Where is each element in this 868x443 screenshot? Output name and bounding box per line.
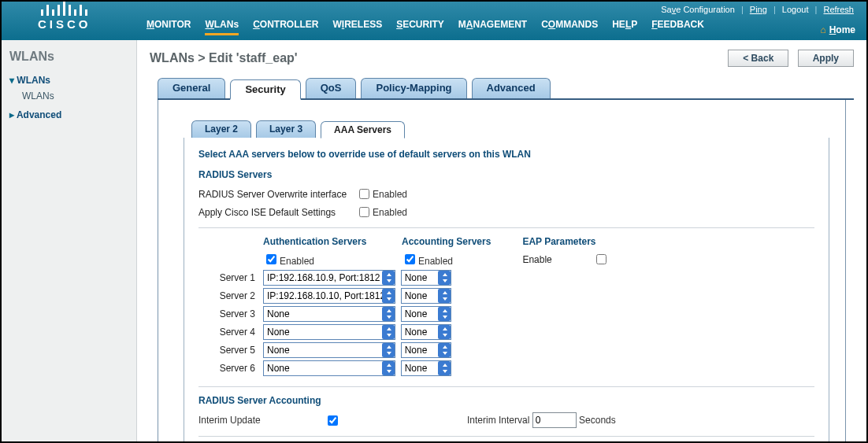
apply-button[interactable]: Apply [798,50,854,67]
nav-commands[interactable]: COMMANDS [541,19,598,35]
auth-server-select-3[interactable]: None [263,306,395,322]
brand-text: CISCO [38,17,91,31]
server-row: Server 3None None [198,306,491,322]
page-title: WLANs > Edit 'staff_eap' [150,51,298,65]
radius-accounting-heading: RADIUS Server Accounting [198,395,814,406]
sidebar-title: WLANs [9,50,128,64]
nav-management[interactable]: MANAGEMENT [458,19,527,35]
auth-server-select-6[interactable]: None [263,360,395,376]
refresh-link[interactable]: Refresh [823,5,854,14]
main-tabs: General Security QoS Policy-Mapping Adva… [158,78,854,100]
acct-servers-heading: Accounting Servers [402,236,491,247]
aaa-instruction: Select AAA servers below to override use… [198,149,814,160]
acct-enabled-label: Enabled [418,256,453,267]
home-icon: ⌂ [820,24,825,35]
interim-interval-label: Interim Interval [467,415,529,426]
overwrite-interface-label: RADIUS Server Overwrite interface [198,189,356,200]
ise-default-label: Apply Cisco ISE Default Settings [198,207,356,218]
server-row: Server 2IP:192.168.10.10, Port:1812 None [198,288,491,304]
home-link[interactable]: ⌂Home [820,24,855,35]
cisco-logo: CISCO [38,5,91,31]
acct-server-select-4[interactable]: None [401,324,451,340]
auth-server-select-2[interactable]: IP:192.168.10.10, Port:1812 [263,288,395,304]
auth-server-select-5[interactable]: None [263,342,395,358]
eap-enable-checkbox[interactable] [596,254,606,264]
interim-seconds-label: Seconds [579,415,616,426]
nav-wireless[interactable]: WIRELESS [332,19,382,35]
overwrite-interface-checkbox[interactable] [359,189,369,199]
acct-server-select-1[interactable]: None [401,270,451,286]
main-nav: MONITOR WLANs CONTROLLER WIRELESS SECURI… [147,19,704,35]
server-row: Server 6None None [198,360,491,376]
top-utility-links: Save Configuration | Ping | Logout | Ref… [659,5,855,14]
server-row: Server 1IP:192.168.10.9, Port:1812 None [198,270,491,286]
ise-default-checkbox[interactable] [359,207,369,217]
nav-security[interactable]: SECURITY [396,19,444,35]
sidebar-item-advanced[interactable]: Advanced [9,109,128,120]
logout-link[interactable]: Logout [782,5,809,14]
server-label: Server 4 [198,327,263,338]
server-label: Server 5 [198,345,263,356]
subtab-layer2[interactable]: Layer 2 [191,120,251,138]
tab-security[interactable]: Security [230,79,300,100]
auth-enabled-label: Enabled [280,256,314,267]
server-label: Server 1 [198,272,263,283]
acct-enabled-checkbox[interactable] [405,254,415,264]
acct-server-select-6[interactable]: None [401,360,451,376]
sidebar: WLANs WLANs WLANs Advanced [2,40,137,441]
nav-monitor[interactable]: MONITOR [147,19,191,35]
nav-controller[interactable]: CONTROLLER [253,19,318,35]
server-row: Server 4None None [198,324,491,340]
radius-servers-heading: RADIUS Servers [198,169,814,180]
tab-general[interactable]: General [158,78,225,98]
auth-server-select-1[interactable]: IP:192.168.10.9, Port:1812 [263,270,395,286]
eap-parameters-heading: EAP Parameters [522,236,610,247]
server-label: Server 6 [198,363,263,374]
interim-update-checkbox[interactable] [328,415,338,426]
ise-enabled-text: Enabled [373,207,407,218]
ping-link[interactable]: Ping [750,5,767,14]
acct-server-select-5[interactable]: None [401,342,451,358]
acct-server-select-3[interactable]: None [401,306,451,322]
auth-servers-heading: Authentication Servers [263,236,402,247]
server-label: Server 2 [198,290,263,301]
back-button[interactable]: < Back [728,50,788,67]
interim-interval-input[interactable] [532,412,577,428]
tab-qos[interactable]: QoS [306,78,357,98]
eap-enable-label: Enable [522,254,593,265]
cisco-logo-icon [38,5,91,16]
overwrite-enabled-text: Enabled [373,189,407,200]
sub-tabs: Layer 2 Layer 3 AAA Servers [191,120,829,138]
subtab-aaa-servers[interactable]: AAA Servers [321,121,405,138]
tab-policy-mapping[interactable]: Policy-Mapping [361,78,466,98]
sidebar-item-wlans[interactable]: WLANs [9,75,128,86]
auth-enabled-checkbox[interactable] [266,254,276,264]
sidebar-subitem-wlans[interactable]: WLANs [22,90,128,102]
server-row: Server 5None None [198,342,491,358]
interim-update-label: Interim Update [198,415,325,426]
nav-feedback[interactable]: FEEDBACK [651,19,704,35]
nav-wlans[interactable]: WLANs [205,19,239,35]
nav-help[interactable]: HELP [612,19,637,35]
save-configuration-link[interactable]: Save Configuration [661,5,735,14]
subtab-layer3[interactable]: Layer 3 [256,120,316,138]
auth-server-select-4[interactable]: None [263,324,395,340]
tab-advanced[interactable]: Advanced [472,78,551,98]
server-label: Server 3 [198,308,263,319]
acct-server-select-2[interactable]: None [401,288,451,304]
